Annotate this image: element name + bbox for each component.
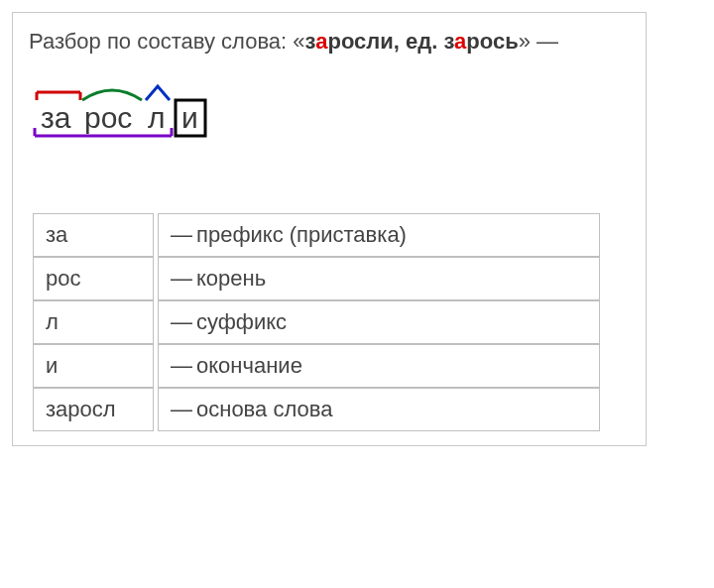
heading-prefix: Разбор по составу слова: « [29, 29, 305, 54]
morpheme-svg: за рос л и [31, 84, 219, 144]
morpheme-desc: —окончание [158, 344, 600, 388]
diagram-prefix: за [41, 101, 71, 134]
mdash-icon: — [171, 353, 188, 379]
morpheme-diagram: за рос л и [31, 84, 630, 144]
table-row: рос—корень [33, 257, 600, 300]
root-mark-icon [82, 90, 142, 100]
mdash-icon: — [171, 266, 188, 292]
morpheme-part: заросл [33, 388, 154, 431]
prefix-mark-icon [37, 92, 80, 100]
suffix-mark-icon [146, 86, 170, 100]
table-row: и—окончание [33, 344, 600, 388]
morpheme-part: л [33, 300, 154, 344]
morphology-panel: Разбор по составу слова: «заросли, ед. з… [12, 12, 647, 446]
table-row: заросл—основа слова [33, 388, 600, 431]
heading: Разбор по составу слова: «заросли, ед. з… [29, 27, 630, 57]
morpheme-part: и [33, 344, 154, 388]
morpheme-desc: —корень [158, 257, 600, 300]
diagram-suffix: л [148, 101, 166, 134]
morpheme-part: за [33, 213, 154, 257]
morpheme-desc: —основа слова [158, 388, 600, 431]
table-row: л—суффикс [33, 300, 600, 344]
morpheme-desc: —префикс (приставка) [158, 213, 600, 257]
table-row: за—префикс (приставка) [33, 213, 600, 257]
mdash-icon: — [171, 397, 188, 422]
table-body: за—префикс (приставка)рос—кореньл—суффик… [33, 213, 600, 431]
morpheme-part: рос [33, 257, 154, 300]
morpheme-desc: —суффикс [158, 300, 600, 344]
mdash-icon: — [171, 309, 188, 335]
heading-suffix: » — [519, 29, 558, 54]
morpheme-table: за—префикс (приставка)рос—кореньл—суффик… [29, 213, 604, 431]
diagram-ending: и [181, 101, 198, 134]
mdash-icon: — [171, 222, 188, 248]
diagram-root: рос [84, 101, 132, 134]
